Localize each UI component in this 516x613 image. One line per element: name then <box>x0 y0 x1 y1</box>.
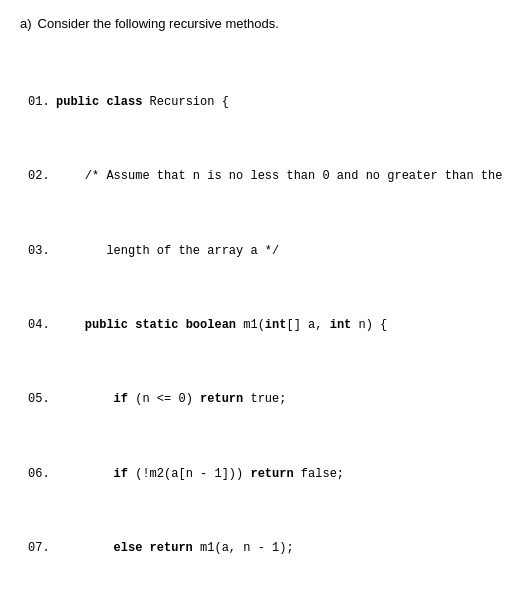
code-line-06: 06. if (!m2(a[n - 1])) return false; <box>28 465 496 484</box>
part-label: a) <box>20 16 32 31</box>
code-line-03: 03. length of the array a */ <box>28 242 496 261</box>
code-block: 01. public class Recursion { 02. /* Assu… <box>28 37 496 613</box>
code-line-04: 04. public static boolean m1(int[] a, in… <box>28 316 496 335</box>
intro-text: Consider the following recursive methods… <box>38 16 279 31</box>
code-line-02: 02. /* Assume that n is no less than 0 a… <box>28 167 496 186</box>
code-line-07: 07. else return m1(a, n - 1); <box>28 539 496 558</box>
question-wrapper: a) Consider the following recursive meth… <box>20 16 496 613</box>
part-intro: a) Consider the following recursive meth… <box>20 16 496 31</box>
code-line-01: 01. public class Recursion { <box>28 93 496 112</box>
code-line-05: 05. if (n <= 0) return true; <box>28 390 496 409</box>
